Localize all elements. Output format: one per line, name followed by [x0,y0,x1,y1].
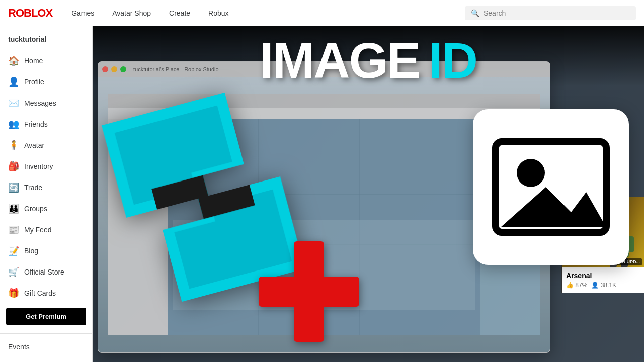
arsenal-stats: 👍 87% 👤 38.1K [566,282,640,289]
store-icon: 🛒 [8,266,19,278]
myfeed-icon: 📰 [8,224,19,235]
sidebar-label-home: Home [24,57,43,65]
arsenal-title-text: Arsenal [566,272,640,280]
title-image-word: IMAGE [260,35,420,85]
nav-games[interactable]: Games [68,7,97,19]
giftcard-icon: 🎁 [8,288,19,299]
sidebar-label-inventory: Inventory [24,162,53,170]
nav-avatar-shop[interactable]: Avatar Shop [109,7,154,19]
search-input[interactable] [484,9,630,17]
arsenal-info: Arsenal 👍 87% 👤 38.1K [562,267,644,293]
sidebar-label-blog: Blog [24,247,38,255]
sidebar-item-official-store[interactable]: 🛒 Official Store [0,261,92,283]
sidebar-item-events[interactable]: Events [0,338,92,356]
nav-robux[interactable]: Robux [205,7,231,19]
search-bar[interactable]: 🔍 [465,6,636,20]
sidebar-item-gift-cards[interactable]: 🎁 Gift Cards [0,283,92,304]
arsenal-players: 👤 38.1K [591,282,616,289]
sidebar-label-groups: Groups [24,205,47,213]
sidebar-label-profile: Profile [24,78,44,86]
blog-icon: 📝 [8,245,19,256]
red-plus-icon [259,241,359,342]
sidebar-label-avatar: Avatar [24,141,44,149]
sidebar-item-trade[interactable]: 🔄 Trade [0,177,92,198]
sidebar-item-inventory[interactable]: 🎒 Inventory [0,156,92,177]
messages-icon: ✉️ [8,98,19,109]
main-content: tucktutorial's Place - Roblox Studio [93,26,644,362]
body-area: tucktutorial 🏠 Home 👤 Profile ✉️ Message… [0,26,644,362]
profile-icon: 👤 [8,76,19,87]
sidebar-label-gift-cards: Gift Cards [24,289,56,297]
image-placeholder-icon [473,109,629,265]
trade-icon: 🔄 [8,182,19,193]
sidebar-item-profile[interactable]: 👤 Profile [0,71,92,93]
friends-icon: 👥 [8,119,19,130]
sidebar-label-friends: Friends [24,120,48,128]
sidebar-label-official-store: Official Store [24,268,64,276]
sidebar-divider [0,333,92,334]
nav-create[interactable]: Create [166,7,193,19]
svg-rect-18 [259,277,359,307]
get-premium-button[interactable]: Get Premium [6,308,86,325]
groups-icon: 👪 [8,203,19,214]
sidebar-item-home[interactable]: 🏠 Home [0,50,92,71]
sidebar-label-events: Events [8,343,30,351]
sidebar-label-trade: Trade [24,184,42,192]
inventory-icon: 🎒 [8,161,19,172]
sidebar: tucktutorial 🏠 Home 👤 Profile ✉️ Message… [0,26,93,362]
sidebar-item-messages[interactable]: ✉️ Messages [0,93,92,114]
search-icon: 🔍 [471,9,479,17]
arsenal-rating: 👍 87% [566,282,587,289]
sidebar-item-avatar[interactable]: 🧍 Avatar [0,135,92,156]
sidebar-item-blog[interactable]: 📝 Blog [0,240,92,261]
thumbnail-title: IMAGE ID [93,35,644,85]
top-navigation: ROBLOX Games Avatar Shop Create Robux 🔍 [0,0,644,26]
sidebar-label-myfeed: My Feed [24,226,51,234]
sidebar-username: tucktutorial [0,31,92,50]
home-icon: 🏠 [8,55,19,66]
roblox-logo: ROBLOX [8,7,52,20]
avatar-icon: 🧍 [8,140,19,151]
title-id-word: ID [429,35,477,85]
sidebar-item-friends[interactable]: 👥 Friends [0,114,92,135]
sidebar-item-myfeed[interactable]: 📰 My Feed [0,219,92,240]
sidebar-label-messages: Messages [24,99,56,107]
svg-point-15 [517,159,545,187]
thumbnail-overlay: tucktutorial's Place - Roblox Studio [93,26,644,362]
sidebar-item-groups[interactable]: 👪 Groups [0,198,92,219]
